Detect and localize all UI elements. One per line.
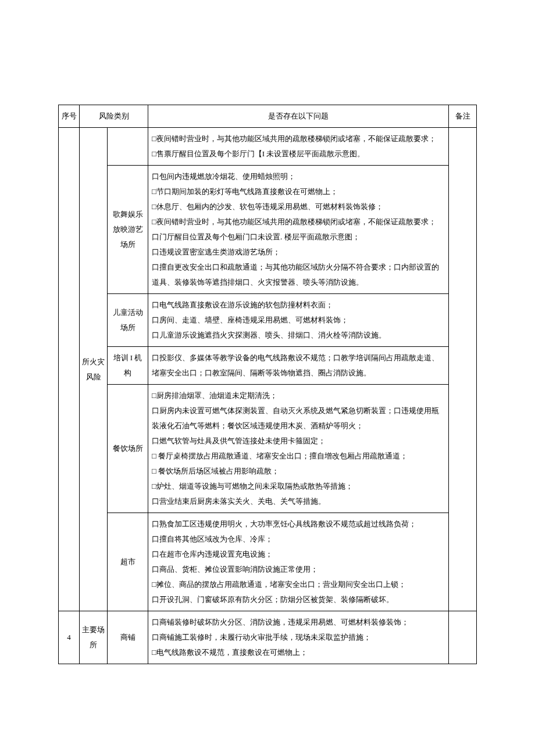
table-header-row: 序号 风险类别 是否存在以下问题 备注: [59, 105, 477, 128]
table-row: 培训 I 机构口投影仪、多媒体等教学设备的电气线路敷设不规范；口教学培训隔间占用…: [59, 347, 477, 385]
cell-category-2: 儿童活动场所: [108, 294, 148, 347]
cell-seq: 4: [59, 611, 80, 664]
cell-seq: [59, 128, 80, 611]
cell-issue: 口商铺装修时破坏防火分区、消防设施，违规采用易燃、可燃材料装修装饰；口商铺施工装…: [148, 611, 449, 664]
cell-note: [449, 611, 477, 664]
cell-issue: 口投影仪、多媒体等教学设备的电气线路敷设不规范；口教学培训隔间占用疏散走道、堵塞…: [148, 347, 449, 385]
header-note: 备注: [449, 105, 477, 128]
table-row: 4主要场所商铺口商铺装修时破坏防火分区、消防设施，违规采用易燃、可燃材料装修装饰…: [59, 611, 477, 664]
cell-note: [449, 128, 477, 611]
table-row: 儿童活动场所口电气线路直接敷设在游乐设施的软包防撞材料衣面；口房间、走道、墙壁、…: [59, 294, 477, 347]
cell-issue: 口熟食加工区违规使用明火，大功率烹饪心具线路敷设不规范或超过线路负荷；口擅自将其…: [148, 513, 449, 611]
header-seq: 序号: [59, 105, 80, 128]
cell-category-2: 超市: [108, 513, 148, 611]
cell-issue: 口电气线路直接敷设在游乐设施的软包防撞材料衣面；口房间、走道、墙壁、座椅违规采用…: [148, 294, 449, 347]
cell-category-2: 商铺: [108, 611, 148, 664]
cell-issue: □夜间错时营业时，与其他功能区域共用的疏散楼梯锁闭或堵塞，不能保证疏散要求；□售…: [148, 128, 449, 166]
cell-category-2: [108, 128, 148, 166]
cell-category-2: 培训 I 机构: [108, 347, 148, 385]
header-category: 风险类别: [80, 105, 148, 128]
table-row: 所火灾风险□夜间错时营业时，与其他功能区域共用的疏散楼梯锁闭或堵塞，不能保证疏散…: [59, 128, 477, 166]
cell-issue: 口包间内违规燃放冷烟花、使用蜡烛照明；□节口期间加装的彩灯等电气线路直接敷设在可…: [148, 166, 449, 294]
cell-category-2: 歌舞娱乐放映游艺场所: [108, 166, 148, 294]
table-row: 超市口熟食加工区违规使用明火，大功率烹饪心具线路敷设不规范或超过线路负荷；口擅自…: [59, 513, 477, 611]
table-row: 歌舞娱乐放映游艺场所口包间内违规燃放冷烟花、使用蜡烛照明；□节口期间加装的彩灯等…: [59, 166, 477, 294]
table-row: 餐饮场所□厨房排油烟罩、油烟道未定期清洗；口厨房内未设置可燃气体探测装置、自动灭…: [59, 385, 477, 513]
risk-table: 序号 风险类别 是否存在以下问题 备注 所火灾风险□夜间错时营业时，与其他功能区…: [58, 105, 477, 664]
header-issue: 是否存在以下问题: [148, 105, 449, 128]
cell-category-2: 餐饮场所: [108, 385, 148, 513]
cell-category-1: 主要场所: [80, 611, 108, 664]
cell-category-1: 所火灾风险: [80, 128, 108, 611]
cell-issue: □厨房排油烟罩、油烟道未定期清洗；口厨房内未设置可燃气体探测装置、自动灭火系统及…: [148, 385, 449, 513]
